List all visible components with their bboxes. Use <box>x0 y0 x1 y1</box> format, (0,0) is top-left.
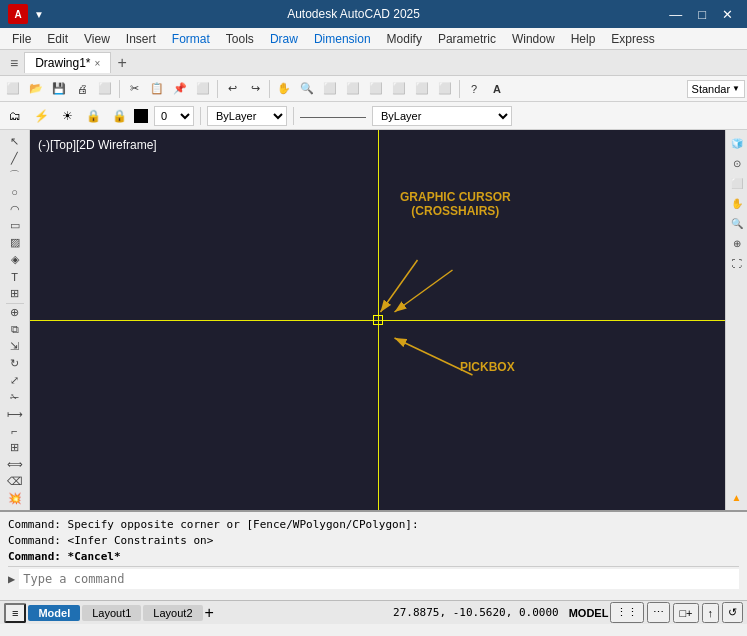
menu-view[interactable]: View <box>76 30 118 48</box>
layout1-tab[interactable]: Layout1 <box>82 605 141 621</box>
menu-express[interactable]: Express <box>603 30 662 48</box>
tb-text[interactable]: A <box>486 79 508 99</box>
rt-pan[interactable]: ✋ <box>728 194 746 212</box>
tb-undo[interactable]: ↩ <box>221 79 243 99</box>
tb-showmotion[interactable]: ⬜ <box>434 79 456 99</box>
layer-lock2-btn[interactable]: 🔒 <box>108 105 130 127</box>
layer-manager-btn[interactable]: 🗂 <box>4 105 26 127</box>
lt-polyline[interactable]: ⌒ <box>4 168 26 183</box>
menu-format[interactable]: Format <box>164 30 218 48</box>
layer-color-swatch[interactable] <box>134 109 148 123</box>
workspace-label: Standar <box>692 83 731 95</box>
tb-print2[interactable]: ⬜ <box>94 79 116 99</box>
si-annotate[interactable]: ↑ <box>702 603 720 623</box>
tb-sep-4 <box>459 80 460 98</box>
lt-insert[interactable]: ⊞ <box>4 286 26 301</box>
tab-menu-icon[interactable]: ≡ <box>4 55 24 71</box>
minimize-button[interactable]: — <box>663 5 688 24</box>
command-input[interactable] <box>19 569 739 589</box>
tb-zoom2[interactable]: ⬜ <box>319 79 341 99</box>
tb-save[interactable]: 💾 <box>48 79 70 99</box>
tb-zoom3[interactable]: ⬜ <box>342 79 364 99</box>
tb-redo[interactable]: ↪ <box>244 79 266 99</box>
layout2-tab[interactable]: Layout2 <box>143 605 202 621</box>
layer-sun-btn[interactable]: ☀ <box>56 105 78 127</box>
lt-text[interactable]: T <box>4 269 26 284</box>
lt-region[interactable]: ◈ <box>4 252 26 267</box>
rt-fullscreen[interactable]: ⛶ <box>728 254 746 272</box>
rt-orbit[interactable]: ⊕ <box>728 234 746 252</box>
add-layout-btn[interactable]: + <box>205 604 214 622</box>
tab-close-button[interactable]: × <box>95 58 101 69</box>
close-button[interactable]: ✕ <box>716 5 739 24</box>
menu-help[interactable]: Help <box>563 30 604 48</box>
lt-move[interactable]: ⊕ <box>4 306 26 321</box>
tb-orbit[interactable]: ⬜ <box>365 79 387 99</box>
tb-paste[interactable]: 📌 <box>169 79 191 99</box>
lt-fillet[interactable]: ⌐ <box>4 424 26 439</box>
rt-ucs[interactable]: ▲ <box>728 488 746 506</box>
si-layout[interactable]: □+ <box>673 603 698 623</box>
menu-file[interactable]: File <box>4 30 39 48</box>
lt-mirror[interactable]: ⟺ <box>4 457 26 472</box>
drawing-canvas[interactable]: (-)[Top][2D Wireframe] <box>30 130 725 510</box>
lt-copy2[interactable]: ⧉ <box>4 322 26 337</box>
layer-name-select[interactable]: 0 <box>154 106 194 126</box>
tb-help[interactable]: ? <box>463 79 485 99</box>
tb-cut[interactable]: ✂ <box>123 79 145 99</box>
lt-circle[interactable]: ○ <box>4 185 26 200</box>
rt-showmotion[interactable]: ⬜ <box>728 174 746 192</box>
add-tab-button[interactable]: + <box>113 54 130 72</box>
menu-draw[interactable]: Draw <box>262 30 306 48</box>
model-tab[interactable]: Model <box>28 605 80 621</box>
status-coords: 27.8875, -10.5620, 0.0000 <box>393 606 559 619</box>
workspace-dropdown[interactable]: Standar ▼ <box>687 80 745 98</box>
lt-erase[interactable]: ⌫ <box>4 474 26 489</box>
lt-stretch[interactable]: ⇲ <box>4 339 26 354</box>
layer-state-btn[interactable]: ⚡ <box>30 105 52 127</box>
lt-select[interactable]: ↖ <box>4 134 26 149</box>
si-snap[interactable]: ⋯ <box>647 602 670 623</box>
menu-dimension[interactable]: Dimension <box>306 30 379 48</box>
menu-window[interactable]: Window <box>504 30 563 48</box>
tb-print[interactable]: 🖨 <box>71 79 93 99</box>
tb-pan[interactable]: ✋ <box>273 79 295 99</box>
si-grid[interactable]: ⋮⋮ <box>610 602 644 623</box>
rt-zoom[interactable]: 🔍 <box>728 214 746 232</box>
lt-sep-1 <box>6 303 24 304</box>
maximize-button[interactable]: □ <box>692 5 712 24</box>
lt-extend[interactable]: ⟼ <box>4 407 26 422</box>
lt-line[interactable]: ╱ <box>4 151 26 166</box>
lt-scale[interactable]: ⤢ <box>4 373 26 388</box>
menu-modify[interactable]: Modify <box>379 30 430 48</box>
drawing-tab[interactable]: Drawing1* × <box>24 52 111 73</box>
tb-matchprop[interactable]: ⬜ <box>192 79 214 99</box>
rt-navswheel[interactable]: ⊙ <box>728 154 746 172</box>
tb-copy[interactable]: 📋 <box>146 79 168 99</box>
tb-open[interactable]: 📂 <box>25 79 47 99</box>
linetype-select[interactable]: ByLayer <box>207 106 287 126</box>
lt-trim[interactable]: ✁ <box>4 390 26 405</box>
tb-navswheel[interactable]: ⬜ <box>411 79 433 99</box>
cmd-line-1: Command: Specify opposite corner or [Fen… <box>8 516 739 532</box>
si-undo2[interactable]: ↺ <box>722 602 743 623</box>
tb-viewcube[interactable]: ⬜ <box>388 79 410 99</box>
lt-rect[interactable]: ▭ <box>4 219 26 234</box>
bylayer-select[interactable]: ByLayer <box>372 106 512 126</box>
menu-edit[interactable]: Edit <box>39 30 76 48</box>
menu-insert[interactable]: Insert <box>118 30 164 48</box>
lt-explode[interactable]: 💥 <box>4 491 26 506</box>
tb-new[interactable]: ⬜ <box>2 79 24 99</box>
lt-hatch[interactable]: ▨ <box>4 235 26 250</box>
status-menu-btn[interactable]: ≡ <box>4 603 26 623</box>
drawing-canvas-area[interactable]: (-)[Top][2D Wireframe] <box>30 130 725 510</box>
rt-viewcube[interactable]: 🧊 <box>728 134 746 152</box>
layer-lock-btn[interactable]: 🔒 <box>82 105 104 127</box>
title-dropdown-icon[interactable]: ▼ <box>34 9 44 20</box>
lt-array[interactable]: ⊞ <box>4 441 26 456</box>
menu-tools[interactable]: Tools <box>218 30 262 48</box>
lt-arc[interactable]: ◠ <box>4 202 26 217</box>
lt-rotate[interactable]: ↻ <box>4 356 26 371</box>
tb-zoom[interactable]: 🔍 <box>296 79 318 99</box>
menu-parametric[interactable]: Parametric <box>430 30 504 48</box>
